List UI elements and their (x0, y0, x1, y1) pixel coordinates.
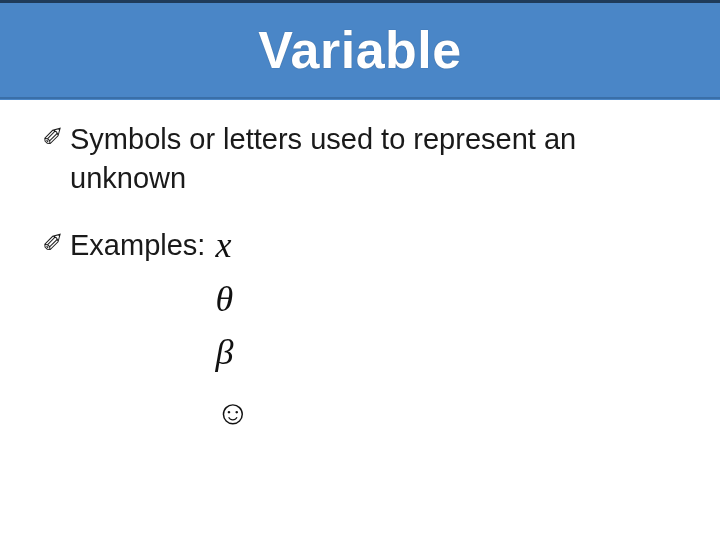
slide: Variable ✐ Symbols or letters used to re… (0, 0, 720, 540)
smiley-icon: ☺ (215, 395, 250, 429)
scribble-bullet-icon: ✐ (42, 228, 64, 259)
bullet-examples: ✐ Examples: x θ β ☺ (42, 226, 678, 429)
slide-body: ✐ Symbols or letters used to represent a… (0, 100, 720, 429)
bullet-definition-text: Symbols or letters used to represent an … (70, 120, 678, 198)
bullet-definition: ✐ Symbols or letters used to represent a… (42, 120, 678, 198)
example-symbol-theta: θ (215, 280, 250, 320)
examples-column: x θ β ☺ (215, 226, 250, 429)
bullet-examples-label: Examples: (70, 226, 205, 265)
title-band: Variable (0, 0, 720, 100)
slide-title: Variable (258, 20, 461, 80)
example-symbol-x: x (215, 226, 250, 266)
example-symbol-beta: β (215, 333, 250, 373)
scribble-bullet-icon: ✐ (42, 122, 64, 153)
